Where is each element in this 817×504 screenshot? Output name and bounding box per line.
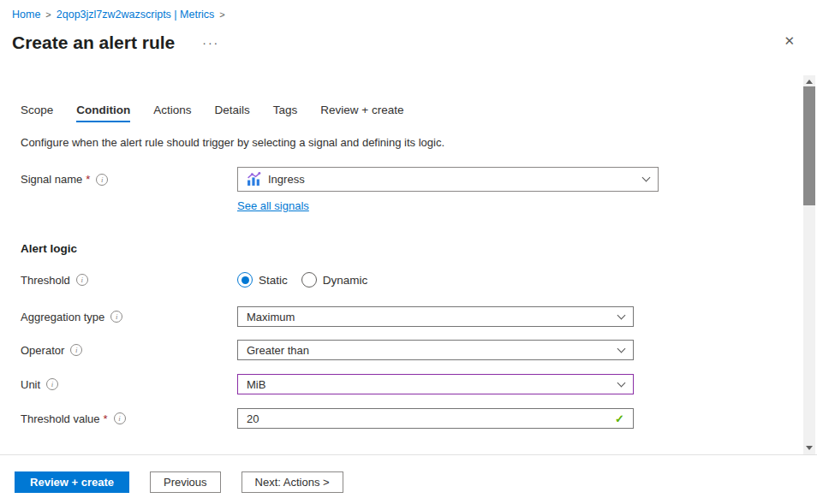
tab-scope[interactable]: Scope	[21, 104, 53, 122]
breadcrumb-separator: >	[219, 9, 224, 20]
signal-name-label: Signal name * i	[21, 173, 237, 186]
next-actions-button[interactable]: Next: Actions >	[242, 471, 343, 493]
info-icon[interactable]: i	[114, 412, 126, 424]
unit-label-text: Unit	[21, 378, 40, 391]
threshold-value-row: Threshold value * i 20 ✓	[21, 408, 817, 429]
operator-label: Operator i	[21, 344, 237, 357]
unit-dropdown[interactable]: MiB	[237, 374, 634, 394]
tab-actions[interactable]: Actions	[153, 104, 191, 122]
scrollbar-thumb[interactable]	[803, 86, 815, 205]
signal-name-row: Signal name * i Ingress	[21, 167, 817, 192]
page-header: Create an alert rule ···	[0, 30, 817, 56]
condition-form: Signal name * i Ingress See all signals	[21, 167, 817, 429]
threshold-row: Threshold i Static Dynamic	[21, 272, 817, 288]
footer-divider	[0, 454, 817, 455]
page-title: Create an alert rule	[12, 33, 175, 53]
condition-description: Configure when the alert rule should tri…	[21, 136, 817, 149]
radio-static[interactable]: Static	[237, 272, 288, 288]
unit-row: Unit i MiB	[21, 374, 817, 394]
chevron-down-icon	[642, 174, 651, 182]
close-icon[interactable]: ✕	[784, 34, 795, 48]
breadcrumb-home-link[interactable]: Home	[12, 9, 40, 21]
chevron-down-icon	[617, 378, 626, 387]
see-all-signals-row: See all signals	[21, 199, 817, 212]
radio-unselected-icon	[301, 272, 317, 288]
valid-check-icon: ✓	[615, 412, 624, 425]
more-options-icon[interactable]: ···	[202, 36, 219, 50]
breadcrumb-separator: >	[45, 9, 51, 20]
previous-button[interactable]: Previous	[150, 471, 221, 493]
aggregation-type-dropdown[interactable]: Maximum	[237, 306, 634, 327]
threshold-label: Threshold i	[21, 274, 237, 287]
threshold-value-label-text: Threshold value	[21, 412, 100, 425]
signal-name-dropdown[interactable]: Ingress	[237, 167, 659, 192]
radio-selected-icon	[237, 272, 253, 288]
radio-dynamic-label: Dynamic	[323, 274, 368, 287]
threshold-radio-group: Static Dynamic	[237, 272, 367, 288]
info-icon[interactable]: i	[110, 311, 122, 323]
signal-name-value: Ingress	[268, 173, 305, 186]
unit-label: Unit i	[21, 378, 237, 391]
operator-dropdown[interactable]: Greater than	[237, 340, 634, 360]
unit-value: MiB	[247, 378, 265, 391]
scrollbar-down-arrow-icon[interactable]	[806, 446, 813, 450]
wizard-tabs: Scope Condition Actions Details Tags Rev…	[21, 104, 817, 122]
aggregation-type-value: Maximum	[247, 311, 295, 323]
info-icon[interactable]: i	[46, 378, 58, 390]
scrollbar-up-arrow-icon[interactable]	[806, 80, 813, 84]
tab-condition[interactable]: Condition	[76, 104, 130, 122]
breadcrumb: Home>2qop3jzl7zw2wazscripts | Metrics>	[0, 0, 817, 21]
breadcrumb-resource-link[interactable]: 2qop3jzl7zw2wazscripts | Metrics	[57, 9, 215, 21]
threshold-value-label: Threshold value * i	[21, 412, 237, 425]
alert-logic-heading: Alert logic	[21, 242, 817, 255]
operator-label-text: Operator	[21, 344, 64, 357]
threshold-value-text: 20	[247, 412, 259, 425]
required-asterisk: *	[104, 412, 108, 425]
required-asterisk: *	[86, 173, 90, 186]
aggregation-type-label-text: Aggregation type	[21, 311, 104, 323]
metric-signal-icon	[247, 172, 261, 187]
see-all-signals-link[interactable]: See all signals	[237, 199, 309, 212]
radio-dynamic[interactable]: Dynamic	[301, 272, 368, 288]
threshold-label-text: Threshold	[21, 274, 70, 287]
operator-value: Greater than	[247, 344, 309, 357]
info-icon[interactable]: i	[76, 274, 88, 286]
info-icon[interactable]: i	[70, 344, 82, 356]
tab-tags[interactable]: Tags	[273, 104, 298, 122]
chevron-down-icon	[617, 344, 626, 353]
tab-details[interactable]: Details	[215, 104, 250, 122]
threshold-value-input[interactable]: 20 ✓	[237, 408, 634, 429]
chevron-down-icon	[617, 311, 626, 319]
tab-review-create[interactable]: Review + create	[320, 104, 403, 122]
signal-name-label-text: Signal name	[21, 173, 82, 186]
aggregation-type-label: Aggregation type i	[21, 311, 237, 323]
aggregation-type-row: Aggregation type i Maximum	[21, 306, 817, 327]
info-icon[interactable]: i	[96, 174, 108, 186]
vertical-scrollbar[interactable]	[803, 75, 815, 454]
operator-row: Operator i Greater than	[21, 340, 817, 360]
review-create-button[interactable]: Review + create	[15, 471, 129, 493]
footer-actions: Review + create Previous Next: Actions >	[15, 471, 343, 493]
radio-static-label: Static	[259, 274, 288, 287]
